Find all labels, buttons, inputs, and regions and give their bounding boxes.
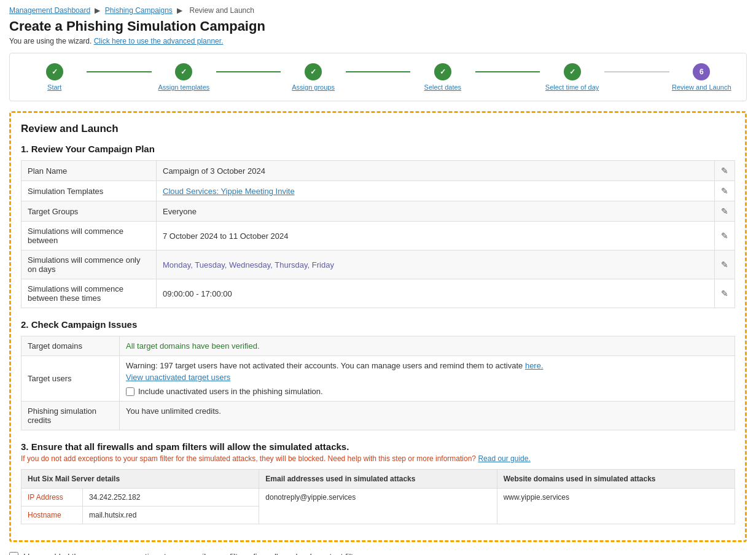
view-unactivated-link[interactable]: View unactivated target users	[126, 373, 728, 382]
step-2-circle: ✓	[175, 63, 192, 80]
target-groups-value: Everyone	[157, 201, 715, 222]
review-launch-box: Review and Launch 1. Review Your Campaig…	[9, 111, 747, 542]
firewall-email-header: Email addresses used in simulated attack…	[259, 470, 496, 489]
breadcrumb-current: Review and Launch	[190, 6, 254, 15]
target-groups-edit[interactable]: ✎	[715, 201, 735, 222]
sim-templates-edit[interactable]: ✎	[715, 181, 735, 201]
firewall-server-col: Hut Six Mail Server details IP Address 3…	[21, 470, 259, 524]
step-5-circle: ✓	[564, 63, 581, 80]
credits-label: Phishing simulation credits	[21, 402, 120, 430]
step-4-circle: ✓	[434, 63, 451, 80]
commence-times-edit[interactable]: ✎	[715, 279, 735, 308]
step-6-label[interactable]: Review and Launch	[672, 83, 731, 91]
breadcrumb-management-dashboard[interactable]: Management Dashboard	[9, 6, 90, 15]
connector-5	[604, 71, 669, 72]
firewall-domain-value: www.yippie.services	[497, 489, 735, 506]
hostname-label: Hostname	[21, 506, 83, 524]
firewall-domain-col: Website domains used in simulated attack…	[497, 470, 735, 524]
table-row: Plan Name Campaign of 3 October 2024 ✎	[21, 161, 735, 181]
ip-label: IP Address	[21, 489, 83, 506]
table-row: Target domains All target domains have b…	[21, 336, 735, 356]
commence-times-value: 09:00:00 - 17:00:00	[157, 279, 715, 308]
commence-times-label: Simulations will commence between these …	[21, 279, 157, 308]
campaign-plan-heading: 1. Review Your Campaign Plan	[21, 144, 735, 154]
read-guide-link[interactable]: Read our guide.	[478, 454, 530, 463]
edit-icon: ✎	[721, 231, 728, 241]
plan-name-edit[interactable]: ✎	[715, 161, 735, 181]
commence-between-edit[interactable]: ✎	[715, 222, 735, 250]
activate-here-link[interactable]: here.	[525, 361, 544, 370]
campaign-plan-table: Plan Name Campaign of 3 October 2024 ✎ S…	[21, 160, 735, 308]
firewall-server-header: Hut Six Mail Server details	[21, 470, 259, 489]
firewall-heading: 3. Ensure that all firewalls and spam fi…	[21, 441, 735, 452]
bottom-section: I have added the necessary exceptions to…	[9, 552, 747, 555]
firewall-email-col: Email addresses used in simulated attack…	[259, 470, 497, 524]
step-1-label[interactable]: Start	[47, 83, 61, 91]
edit-icon: ✎	[721, 166, 728, 176]
edit-icon: ✎	[721, 186, 728, 196]
commence-between-value: 7 October 2024 to 11 October 2024	[157, 222, 715, 250]
connector-1	[87, 71, 151, 72]
table-row: Simulation Templates Cloud Services: Yip…	[21, 181, 735, 201]
step-1-circle: ✓	[46, 63, 63, 80]
stepper-container: ✓ Start ✓ Assign templates ✓ Assign grou…	[9, 53, 747, 101]
step-4: ✓ Select dates	[410, 63, 475, 91]
table-row: Target users Warning: 197 target users h…	[21, 356, 735, 402]
step-3-label[interactable]: Assign groups	[292, 83, 335, 91]
sim-templates-value[interactable]: Cloud Services: Yippie Meeting Invite	[157, 181, 715, 201]
plan-name-label: Plan Name	[21, 161, 157, 181]
campaign-issues-heading: 2. Check Campaign Issues	[21, 319, 735, 330]
commence-days-edit[interactable]: ✎	[715, 250, 735, 279]
table-row: Simulations will commence between 7 Octo…	[21, 222, 735, 250]
table-row: Simulations will commence between these …	[21, 279, 735, 308]
breadcrumb: Management Dashboard ▶ Phishing Campaign…	[9, 6, 747, 15]
page-title: Create a Phishing Simulation Campaign	[9, 18, 747, 34]
confirm-exceptions-label: I have added the necessary exceptions to…	[23, 552, 367, 555]
firewall-grid: Hut Six Mail Server details IP Address 3…	[21, 469, 735, 524]
target-domains-value: All target domains have been verified.	[120, 336, 735, 356]
connector-3	[346, 71, 410, 72]
ip-value: 34.242.252.182	[83, 489, 146, 506]
edit-icon: ✎	[721, 260, 728, 270]
confirm-checkbox-row: I have added the necessary exceptions to…	[9, 552, 698, 555]
breadcrumb-phishing-campaigns[interactable]: Phishing Campaigns	[105, 6, 173, 15]
step-1: ✓ Start	[22, 63, 87, 91]
step-4-label[interactable]: Select dates	[424, 83, 462, 91]
campaign-issues-table: Target domains All target domains have b…	[21, 336, 735, 430]
include-unactivated-checkbox[interactable]	[126, 387, 134, 396]
target-users-value: Warning: 197 target users have not activ…	[120, 356, 735, 402]
edit-icon: ✎	[721, 206, 728, 216]
table-row: Target Groups Everyone ✎	[21, 201, 735, 222]
step-5-label[interactable]: Select time of day	[545, 83, 599, 91]
edit-icon: ✎	[721, 289, 728, 298]
step-6-circle: 6	[693, 63, 710, 80]
table-row: Phishing simulation credits You have unl…	[21, 402, 735, 430]
stepper: ✓ Start ✓ Assign templates ✓ Assign grou…	[22, 63, 734, 91]
sim-templates-label: Simulation Templates	[21, 181, 157, 201]
wizard-note: You are using the wizard. Click here to …	[9, 37, 747, 45]
connector-4	[475, 71, 540, 72]
step-5: ✓ Select time of day	[540, 63, 604, 91]
firewall-hostname-row: Hostname mail.hutsix.red	[21, 506, 259, 524]
hostname-value: mail.hutsix.red	[83, 506, 142, 524]
confirm-exceptions-checkbox[interactable]	[9, 552, 18, 555]
include-unactivated-label: Include unactivated users in the phishin…	[138, 387, 323, 396]
table-row: Simulations will commence only on days M…	[21, 250, 735, 279]
target-users-label: Target users	[21, 356, 120, 402]
firewall-domain-header: Website domains used in simulated attack…	[497, 470, 735, 489]
firewall-ip-row: IP Address 34.242.252.182	[21, 489, 259, 506]
step-3: ✓ Assign groups	[281, 63, 345, 91]
step-2: ✓ Assign templates	[152, 63, 216, 91]
step-6: 6 Review and Launch	[669, 63, 734, 91]
credits-value: You have unlimited credits.	[120, 402, 735, 430]
firewall-note: If you do not add exceptions to your spa…	[21, 454, 735, 463]
review-launch-title: Review and Launch	[21, 123, 735, 135]
target-groups-label: Target Groups	[21, 201, 157, 222]
target-domains-label: Target domains	[21, 336, 120, 356]
include-unactivated-row: Include unactivated users in the phishin…	[126, 387, 728, 396]
advanced-planner-link[interactable]: Click here to use the advanced planner.	[94, 37, 224, 45]
commence-days-value: Monday, Tuesday, Wednesday, Thursday, Fr…	[157, 250, 715, 279]
plan-name-value: Campaign of 3 October 2024	[157, 161, 715, 181]
arrow-indicator	[698, 552, 747, 555]
step-2-label[interactable]: Assign templates	[158, 83, 210, 91]
